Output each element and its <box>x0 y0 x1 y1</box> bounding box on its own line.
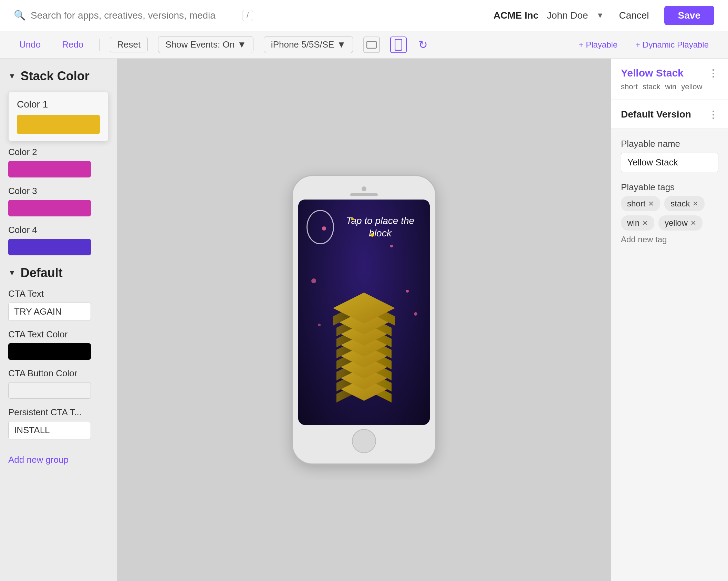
toolbar-divider <box>99 39 100 51</box>
caret-icon[interactable]: ▼ <box>596 11 604 20</box>
persistent-cta-value[interactable]: INSTALL <box>8 421 91 439</box>
search-input[interactable] <box>31 10 237 21</box>
cta-button-color-field: CTA Button Color <box>8 368 108 399</box>
playable-name-row: Playable name <box>621 139 718 172</box>
color3-item: Color 3 <box>8 186 108 216</box>
creative-name: Yellow Stack <box>621 67 684 79</box>
remove-tag-stack[interactable]: ✕ <box>693 200 698 208</box>
add-dynamic-playable-button[interactable]: + Dynamic Playable <box>630 38 714 52</box>
landscape-icon[interactable] <box>363 37 380 53</box>
add-group-button[interactable]: Add new group <box>8 455 69 465</box>
cta-button-color-swatch[interactable] <box>8 382 91 399</box>
add-playable-button[interactable]: + Playable <box>573 38 623 52</box>
search-icon: 🔍 <box>14 10 26 21</box>
creative-tags-row: short stack win yellow <box>621 82 718 91</box>
stack-color-title: Stack Color <box>21 69 90 83</box>
tag-short: short <box>621 82 638 91</box>
tag-chip-stack: stack ✕ <box>664 196 705 211</box>
undo-button[interactable]: Undo <box>14 37 46 52</box>
default-title: Default <box>21 266 63 280</box>
default-version-block: Default Version ⋮ <box>611 100 728 129</box>
game-background: Tap to place the block <box>298 200 430 425</box>
default-section: ▼ Default CTA Text TRY AGAIN CTA Text Co… <box>8 266 108 439</box>
playable-buttons: + Playable + Dynamic Playable <box>573 38 714 52</box>
remove-tag-yellow[interactable]: ✕ <box>690 219 696 227</box>
playable-name-label: Playable name <box>621 139 718 149</box>
right-panel: Yellow Stack ⋮ short stack win yellow De… <box>611 59 728 581</box>
cancel-button[interactable]: Cancel <box>612 7 656 24</box>
stack-color-section-header: ▼ Stack Color <box>8 69 108 83</box>
playable-tags-label: Playable tags <box>621 182 718 193</box>
left-panel: ▼ Stack Color Color 1 Color 2 Color 3 Co… <box>0 59 117 581</box>
refresh-button[interactable]: ↻ <box>417 37 429 53</box>
chevron-down-icon: ▼ <box>237 39 246 50</box>
cta-text-field: CTA Text TRY AGAIN <box>8 288 108 321</box>
default-section-header: ▼ Default <box>8 266 108 280</box>
creative-info: Yellow Stack ⋮ short stack win yellow <box>611 59 728 100</box>
playable-tags-row: Playable tags short ✕ stack ✕ win ✕ <box>621 182 718 244</box>
playable-details: Playable name Playable tags short ✕ stac… <box>611 129 728 581</box>
phone-notch <box>298 186 430 196</box>
color3-label: Color 3 <box>8 186 108 196</box>
save-button[interactable]: Save <box>664 6 714 25</box>
cta-text-color-label: CTA Text Color <box>8 329 108 340</box>
redo-button[interactable]: Redo <box>56 37 89 52</box>
color2-label: Color 2 <box>8 147 108 157</box>
color3-swatch[interactable] <box>8 200 91 216</box>
color4-label: Color 4 <box>8 225 108 235</box>
slash-badge: / <box>242 10 253 21</box>
color1-swatch[interactable] <box>17 115 100 134</box>
collapse-arrow-icon[interactable]: ▼ <box>8 72 16 81</box>
tag-yellow: yellow <box>681 82 702 91</box>
svg-rect-1 <box>395 39 402 50</box>
toolbar: Undo Redo Reset Show Events: On ▼ iPhone… <box>0 31 728 59</box>
cta-text-label: CTA Text <box>8 288 108 299</box>
tag-chip-short: short ✕ <box>621 196 660 211</box>
creative-header: Yellow Stack ⋮ <box>621 67 718 79</box>
topbar: 🔍 / ACME Inc John Doe ▼ Cancel Save <box>0 0 728 31</box>
phone-camera <box>362 186 366 191</box>
color4-item: Color 4 <box>8 225 108 255</box>
reset-button[interactable]: Reset <box>110 37 148 52</box>
phone-speaker <box>350 193 378 196</box>
tags-field: short ✕ stack ✕ win ✕ yellow ✕ <box>621 196 718 244</box>
portrait-icon[interactable] <box>390 37 407 53</box>
device-label: iPhone 5/5S/SE <box>271 39 334 50</box>
search-area: 🔍 / <box>14 10 487 21</box>
remove-tag-short[interactable]: ✕ <box>648 200 654 208</box>
remove-tag-win[interactable]: ✕ <box>642 219 648 227</box>
cta-text-color-swatch[interactable] <box>8 343 91 360</box>
main-content: ▼ Stack Color Color 1 Color 2 Color 3 Co… <box>0 59 728 581</box>
phone-screen[interactable]: Tap to place the block <box>298 200 430 425</box>
phone-home-button[interactable] <box>352 429 376 453</box>
color1-label: Color 1 <box>17 99 100 110</box>
color4-swatch[interactable] <box>8 239 91 255</box>
color2-swatch[interactable] <box>8 161 91 177</box>
default-collapse-icon[interactable]: ▼ <box>8 268 16 277</box>
add-tag-input[interactable] <box>621 235 718 244</box>
tag-chip-yellow: yellow ✕ <box>658 215 703 231</box>
chevron-down-icon-2: ▼ <box>337 39 346 50</box>
version-title: Default Version <box>621 109 691 120</box>
tag-chip-win: win ✕ <box>621 215 654 231</box>
cta-button-color-label: CTA Button Color <box>8 368 108 379</box>
color2-item: Color 2 <box>8 147 108 177</box>
cta-text-value[interactable]: TRY AGAIN <box>8 303 91 321</box>
persistent-cta-label: Persistent CTA T... <box>8 407 108 418</box>
game-top-area: Tap to place the block <box>298 203 430 244</box>
tag-stack: stack <box>643 82 660 91</box>
center-area: Tap to place the block <box>117 59 611 581</box>
user-name: John Doe <box>547 10 588 21</box>
cta-text-color-field: CTA Text Color <box>8 329 108 360</box>
version-more-button[interactable]: ⋮ <box>708 108 718 120</box>
playable-name-input[interactable] <box>621 153 718 172</box>
device-selector[interactable]: iPhone 5/5S/SE ▼ <box>264 36 353 53</box>
topbar-right: ACME Inc John Doe ▼ Cancel Save <box>493 6 714 25</box>
oval-placeholder <box>306 210 334 244</box>
show-events-dropdown[interactable]: Show Events: On ▼ <box>158 36 253 53</box>
phone-frame: Tap to place the block <box>292 175 436 465</box>
color1-popup: Color 1 <box>8 92 108 141</box>
persistent-cta-field: Persistent CTA T... INSTALL <box>8 407 108 439</box>
tag-win: win <box>665 82 676 91</box>
creative-more-button[interactable]: ⋮ <box>708 67 718 79</box>
